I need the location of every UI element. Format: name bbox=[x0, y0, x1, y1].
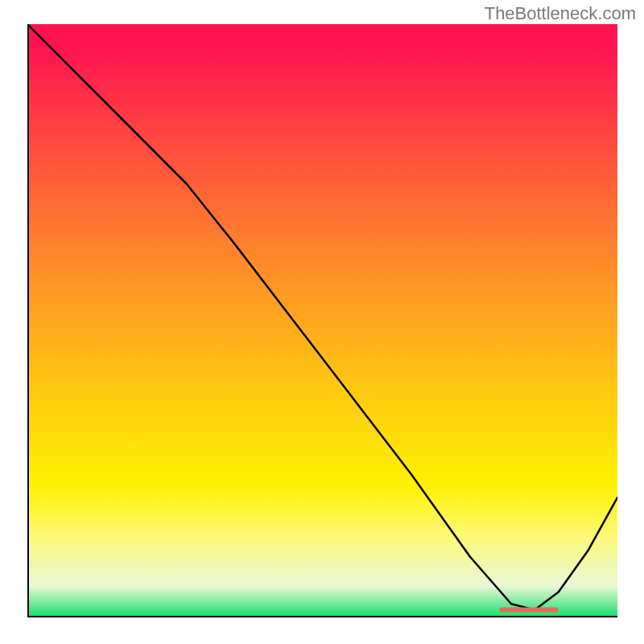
chart-svg bbox=[27, 24, 617, 616]
y-axis bbox=[27, 24, 29, 616]
series-curve bbox=[27, 24, 617, 610]
x-axis bbox=[27, 616, 617, 617]
watermark-text: TheBottleneck.com bbox=[485, 3, 636, 24]
plot-area bbox=[27, 24, 617, 616]
min-marker bbox=[499, 608, 558, 613]
